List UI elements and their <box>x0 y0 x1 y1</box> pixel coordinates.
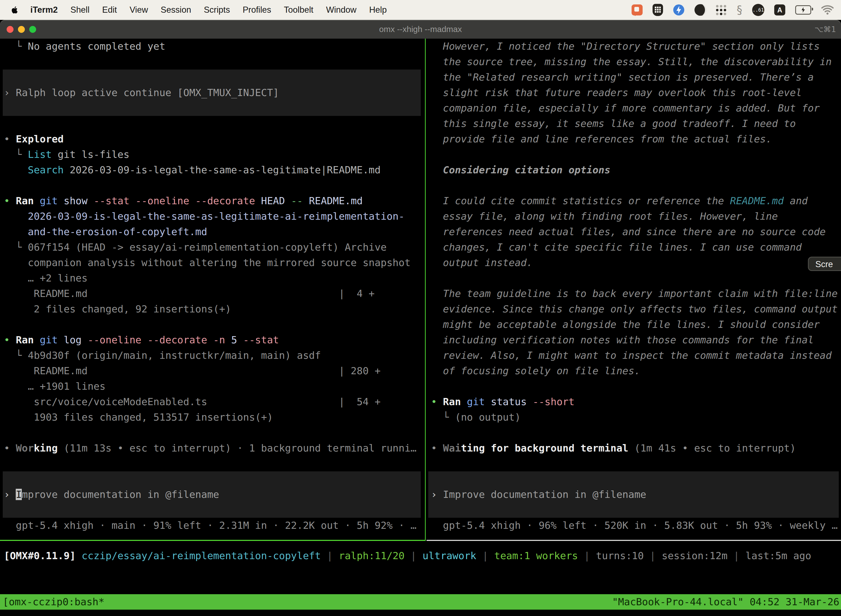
tmux-host-clock: "MacBook-Pro-44.local" 04:52 31-Mar-26 <box>612 594 841 610</box>
desktop-screen: iTerm2ShellEditViewSessionScriptsProfile… <box>0 0 841 616</box>
text-segment: 067f154 (HEAD -> essay/ai-reimplementati… <box>28 242 387 253</box>
text-segment: • <box>4 195 16 207</box>
text-segment: (no output) <box>455 412 521 423</box>
close-window-button[interactable] <box>7 26 13 33</box>
badge-61-icon[interactable]: ..61 <box>752 4 764 16</box>
terminal-line: including verification notes with those … <box>426 332 841 348</box>
window-title-bar[interactable]: omx --xhigh --madmax ⌥⌘1 <box>0 20 841 39</box>
text-segment: I could cite commit statistics or refere… <box>431 195 730 207</box>
text-segment: evidence. Since this change only affects… <box>431 303 838 315</box>
text-segment: README.md | 4 + <box>4 288 375 299</box>
text-segment: --stat --oneline --decorate <box>94 195 261 207</box>
zoom-window-button[interactable] <box>29 26 36 33</box>
text-segment: └ <box>4 242 28 253</box>
dots-grid-icon[interactable] <box>716 5 727 15</box>
text-segment: might be acceptable alongside the file l… <box>431 319 820 330</box>
apple-menu-icon[interactable] <box>10 5 19 15</box>
text-segment <box>628 442 634 454</box>
menu-item-scripts[interactable]: Scripts <box>204 5 230 15</box>
text-segment: of focusing solely on file lines. <box>431 365 640 377</box>
text-segment: ting for background terminal <box>461 442 628 454</box>
terminal-line: However, I noticed the "Directory Struct… <box>426 39 841 54</box>
text-segment: › <box>4 87 16 98</box>
text-segment: including verification notes with those … <box>431 334 814 346</box>
text-segment: 2 files changed, 92 insertions(+) <box>4 303 231 315</box>
terminal-line <box>426 178 841 193</box>
terminal-line <box>0 116 425 131</box>
minimize-window-button[interactable] <box>18 26 25 33</box>
text-segment: git <box>467 396 491 407</box>
text-segment: • <box>4 334 16 346</box>
tmux-session-name[interactable]: [omx-cczip0:bash* <box>0 594 104 610</box>
crescent-circle-icon[interactable] <box>694 4 706 16</box>
terminal-line: I could cite commit statistics or refere… <box>426 193 841 209</box>
text-segment: --short <box>533 396 574 407</box>
tmux-status-bar: [omx-cczip0:bash* "MacBook-Pro-44.local"… <box>0 594 841 610</box>
terminal-line: • Ran git show --stat --oneline --decora… <box>0 193 425 209</box>
right-pane[interactable]: However, I noticed the "Directory Struct… <box>426 39 841 540</box>
terminal-line: this single essay, it seems like a good … <box>426 116 841 131</box>
squiggle-icon[interactable]: § <box>737 4 742 16</box>
terminal-line: 2 files changed, 92 insertions(+) <box>0 301 425 317</box>
battery-icon[interactable] <box>795 5 811 15</box>
prompt-input-box-right[interactable]: › Improve documentation in @filename <box>428 471 839 518</box>
menu-item-shell[interactable]: Shell <box>70 5 89 15</box>
terminal-line <box>0 178 425 193</box>
pane-divider[interactable] <box>425 39 426 541</box>
injected-command-box[interactable]: › Ralph loop active continue [OMX_TMUX_I… <box>3 70 421 116</box>
menu-item-toolbelt[interactable]: Toolbelt <box>284 5 314 15</box>
text-segment: git <box>40 334 64 346</box>
left-pane[interactable]: └ No agents completed yet › Ralph loop a… <box>0 39 425 540</box>
terminal-line: … +1901 lines <box>0 378 425 394</box>
terminal-line <box>426 456 841 471</box>
text-segment: Wor <box>16 442 34 454</box>
text-segment: session:12m <box>662 550 727 561</box>
text-segment: README.md <box>309 195 363 207</box>
wifi-icon[interactable] <box>821 5 834 15</box>
text-segment: gpt-5.4 xhigh · main · 91% left · 2.31M … <box>4 520 417 531</box>
text-segment: Considering citation options <box>431 164 610 176</box>
menu-item-session[interactable]: Session <box>161 5 191 15</box>
text-segment: The team guideline is to back every impo… <box>431 288 838 299</box>
shield-grid-icon[interactable] <box>652 4 663 16</box>
prompt-input-box-left[interactable]: › Improve documentation in @filename <box>3 471 421 518</box>
menu-item-help[interactable]: Help <box>369 5 387 15</box>
text-segment: the "Related research writing" section i… <box>431 72 814 83</box>
text-segment <box>76 550 82 561</box>
text-segment: [OMX#0.11.9] <box>4 550 76 561</box>
text-segment: └ <box>431 412 455 423</box>
text-segment: 5 <box>231 334 243 346</box>
bolt-badge-icon[interactable] <box>673 4 684 16</box>
terminal-line <box>426 270 841 286</box>
text-segment: 2026-03-09-is-legal-the-same-as-legitima… <box>64 164 381 176</box>
terminal-line: README.md | 4 + <box>0 286 425 301</box>
input-source-icon[interactable]: A <box>774 4 785 15</box>
text-segment: changes, I can't cite specific file line… <box>431 242 802 253</box>
terminal-line: Search 2026-03-09-is-legal-the-same-as-l… <box>0 162 425 178</box>
text-segment: cczip/essay/ai-reimplementation-copyleft <box>82 550 321 561</box>
text-segment: and <box>784 195 808 207</box>
text-segment: | <box>321 550 339 561</box>
menu-item-profiles[interactable]: Profiles <box>243 5 271 15</box>
text-segment: this single essay, it seems like a good … <box>431 118 796 129</box>
menu-item-iterm2[interactable]: iTerm2 <box>30 5 58 15</box>
chat-badge-icon[interactable] <box>631 4 643 15</box>
text-segment: git ls-files <box>51 149 129 160</box>
text-segment: output instead. <box>431 257 533 268</box>
terminal-line: output instead. <box>426 255 841 270</box>
menu-item-window[interactable]: Window <box>326 5 356 15</box>
text-segment: 1903 files changed, 513517 insertions(+) <box>4 412 273 423</box>
text-segment: status <box>491 396 533 407</box>
terminal-line: the source tree, missing the essay. Stil… <box>426 54 841 70</box>
menu-item-edit[interactable]: Edit <box>102 5 117 15</box>
text-segment: README.md | 280 + <box>4 365 381 377</box>
text-segment: and-the-erosion-of-copyleft.md <box>4 226 207 238</box>
text-segment: --stat <box>243 334 279 346</box>
screen-notification-popup[interactable]: Scre <box>808 257 841 271</box>
text-segment: team:1 workers <box>494 550 578 561</box>
terminal-line: └ 4b9d30f (origin/main, instructkr/main,… <box>0 348 425 363</box>
text-segment: └ <box>4 350 28 361</box>
terminal-line <box>0 54 425 70</box>
text-segment: last:5m ago <box>746 550 811 561</box>
menu-item-view[interactable]: View <box>130 5 148 15</box>
